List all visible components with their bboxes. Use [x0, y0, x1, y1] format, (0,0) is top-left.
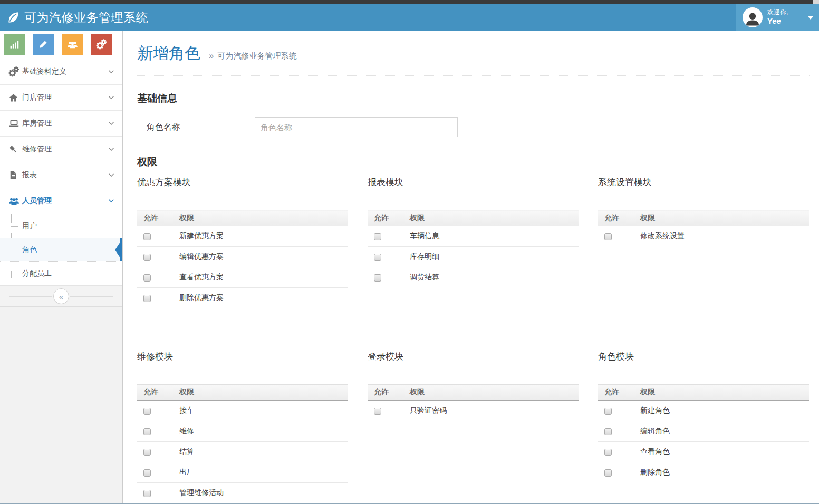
- page-header: 新增角色 » 可为汽修业务管理系统: [137, 44, 810, 76]
- permission-row: 调货结算: [368, 267, 579, 288]
- permission-label: 调货结算: [410, 267, 579, 288]
- chevron-down-icon: [108, 94, 115, 101]
- permission-row: 管理维修活动: [137, 482, 348, 503]
- shortcut-stats-button[interactable]: [4, 34, 25, 55]
- sidebar-subitem-assign-staff[interactable]: 分配员工: [0, 261, 122, 285]
- active-item-arrow: [115, 239, 122, 261]
- permission-checkbox[interactable]: [143, 490, 151, 497]
- breadcrumb-separator: »: [209, 51, 214, 61]
- permission-checkbox[interactable]: [143, 274, 151, 282]
- sidebar-item-label: 人员管理: [22, 196, 52, 206]
- permission-label: 查看角色: [640, 441, 809, 462]
- permission-label: 结算: [179, 441, 348, 462]
- permission-row: 编辑角色: [598, 421, 809, 441]
- permission-label: 接车: [179, 400, 348, 421]
- permission-checkbox[interactable]: [374, 274, 381, 282]
- permission-table: 允许权限只验证密码: [368, 384, 579, 421]
- permission-row: 新建优惠方案: [137, 226, 348, 247]
- sidebar-item-staff[interactable]: 人员管理: [0, 188, 122, 214]
- permission-table: 允许权限修改系统设置: [598, 210, 809, 247]
- role-name-row: 角色名称: [137, 117, 810, 137]
- permission-checkbox[interactable]: [604, 469, 612, 477]
- sidebar-item-basic-data[interactable]: 基础资料定义: [0, 59, 122, 85]
- chevron-down-icon: [108, 171, 115, 179]
- sidebar-item-repair[interactable]: 维修管理: [0, 137, 122, 162]
- module-title: 系统设置模块: [598, 176, 809, 189]
- breadcrumb: 可为汽修业务管理系统: [217, 51, 296, 61]
- divider: [9, 296, 52, 297]
- sidebar-subitem-label: 分配员工: [22, 269, 52, 278]
- role-name-input[interactable]: [255, 117, 458, 137]
- permission-module: 维修模块允许权限接车维修结算出厂管理维修活动回访: [137, 351, 348, 504]
- app-brand[interactable]: 可为汽修业务管理系统: [0, 9, 148, 26]
- caret-down-icon: [807, 16, 814, 20]
- permission-checkbox[interactable]: [374, 233, 381, 240]
- permission-label: 修改系统设置: [640, 226, 809, 247]
- basic-info-title: 基础信息: [137, 92, 810, 105]
- permission-checkbox[interactable]: [604, 233, 612, 240]
- permission-checkbox[interactable]: [374, 408, 381, 415]
- permission-checkbox[interactable]: [143, 408, 151, 415]
- permission-row: 删除优惠方案: [137, 288, 348, 308]
- permission-column-header: 权限: [179, 384, 348, 400]
- permission-label: 删除角色: [640, 462, 809, 482]
- permission-table: 允许权限新建优惠方案编辑优惠方案查看优惠方案删除优惠方案: [137, 210, 348, 308]
- laptop-icon: [8, 118, 22, 129]
- sidebar-footer: [0, 307, 122, 504]
- gears-icon: [96, 39, 107, 50]
- permission-checkbox[interactable]: [143, 233, 151, 240]
- main-content: 新增角色 » 可为汽修业务管理系统 基础信息 角色名称 权限 优惠方案模块允许权…: [123, 31, 819, 504]
- sidebar-subitem-users[interactable]: 用户: [0, 214, 122, 238]
- permission-row: 接车: [137, 400, 348, 421]
- user-name: Yee: [767, 16, 788, 26]
- permission-label: 编辑角色: [640, 421, 809, 441]
- user-menu[interactable]: 欢迎你, Yee: [736, 4, 819, 31]
- allow-column-header: 允许: [137, 210, 179, 226]
- permission-row: 查看优惠方案: [137, 267, 348, 288]
- window-top-strip: [0, 0, 819, 4]
- sidebar-item-store[interactable]: 门店管理: [0, 85, 122, 111]
- shortcut-edit-button[interactable]: [33, 34, 54, 55]
- permission-checkbox[interactable]: [143, 295, 151, 302]
- permission-checkbox[interactable]: [143, 449, 151, 456]
- permission-row: 结算: [137, 441, 348, 462]
- permission-row: 修改系统设置: [598, 226, 809, 247]
- permission-label: 只验证密码: [410, 400, 579, 421]
- permission-row: 查看角色: [598, 441, 809, 462]
- collapse-icon[interactable]: «: [53, 288, 69, 304]
- chevron-down-icon: [108, 120, 115, 127]
- permission-checkbox[interactable]: [604, 449, 612, 456]
- permission-module: 登录模块允许权限只验证密码: [368, 351, 579, 421]
- permission-module: 报表模块允许权限车辆信息库存明细调货结算: [368, 176, 579, 288]
- permission-checkbox[interactable]: [143, 428, 151, 435]
- permission-checkbox[interactable]: [374, 254, 381, 261]
- permission-row: 删除角色: [598, 462, 809, 482]
- sidebar-item-label: 基础资料定义: [22, 67, 66, 76]
- shortcut-settings-button[interactable]: [91, 34, 112, 55]
- sidebar-item-label: 库房管理: [22, 119, 52, 128]
- permission-checkbox[interactable]: [604, 408, 612, 415]
- permission-row: 维修: [137, 421, 348, 441]
- permission-label: 管理维修活动: [179, 482, 348, 503]
- permission-module: 角色模块允许权限新建角色编辑角色查看角色删除角色: [598, 351, 809, 483]
- permission-label: 删除优惠方案: [179, 288, 348, 308]
- permission-label: 编辑优惠方案: [179, 247, 348, 267]
- avatar: [743, 7, 763, 27]
- permission-checkbox[interactable]: [604, 428, 612, 435]
- permission-checkbox[interactable]: [143, 254, 151, 261]
- allow-column-header: 允许: [598, 210, 640, 226]
- permission-label: 车辆信息: [410, 226, 579, 247]
- shortcut-people-button[interactable]: [62, 34, 83, 55]
- permission-label: 查看优惠方案: [179, 267, 348, 288]
- sidebar-item-reports[interactable]: 报表: [0, 162, 122, 188]
- permission-checkbox[interactable]: [143, 469, 151, 477]
- sidebar: 基础资料定义门店管理库房管理维修管理报表人员管理用户角色分配员工 «: [0, 31, 123, 504]
- sidebar-subitem-roles[interactable]: 角色: [0, 238, 122, 261]
- sidebar-collapse-toggle[interactable]: «: [0, 286, 122, 307]
- permission-table: 允许权限新建角色编辑角色查看角色删除角色: [598, 384, 809, 483]
- module-title: 角色模块: [598, 351, 809, 363]
- module-title: 维修模块: [137, 351, 348, 363]
- permission-label: 库存明细: [410, 247, 579, 267]
- chevron-down-icon: [108, 197, 115, 205]
- sidebar-item-warehouse[interactable]: 库房管理: [0, 111, 122, 137]
